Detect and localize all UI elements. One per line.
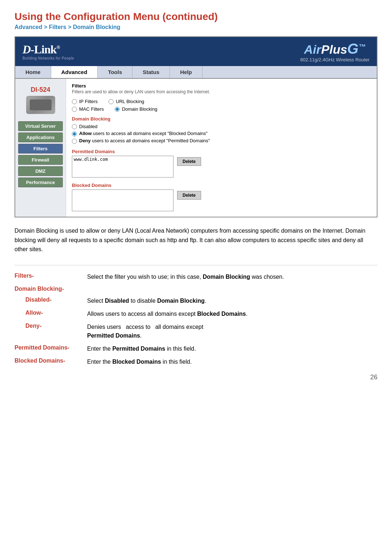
term-permitted-domains-def: Enter the Permitted Domains in this fiel… — [87, 344, 377, 353]
router-frame: D-Link® Building Networks for People Air… — [15, 36, 377, 217]
blocked-domains-delete-button[interactable]: Delete — [177, 191, 201, 200]
nav-tabs: Home Advanced Tools Status Help — [15, 66, 377, 79]
filters-description: Filters are used to allow or deny LAN us… — [72, 89, 371, 94]
permitted-domains-label: Permitted Domains — [72, 149, 371, 154]
main-content: Filters Filters are used to allow or den… — [66, 79, 377, 217]
dlink-brand-text: D-Link® — [23, 43, 60, 56]
term-deny-label: Deny- — [15, 323, 41, 329]
page-number: 26 — [15, 374, 377, 381]
radio-mac-filters[interactable]: MAC Filters — [72, 106, 104, 112]
term-row-allow: Allow- Allows users to access all domain… — [15, 310, 377, 318]
sidebar-item-firewall[interactable]: Firewall — [18, 155, 63, 165]
filter-radio-group-2: MAC Filters Domain Blocking — [72, 106, 371, 112]
blocked-domains-input[interactable] — [72, 189, 173, 211]
radio-domain-blocking-input[interactable] — [115, 107, 120, 112]
tab-help[interactable]: Help — [170, 66, 203, 78]
term-row-disabled: Disabled- Select Disabled to disable Dom… — [15, 297, 377, 305]
term-allow-label: Allow- — [15, 310, 43, 316]
sidebar-item-filters[interactable]: Filters — [18, 144, 63, 154]
sidebar-item-performance[interactable]: Performance — [18, 177, 63, 187]
airplus-text: AirPlusG™ — [300, 41, 369, 57]
radio-domain-blocking[interactable]: Domain Blocking — [115, 106, 158, 112]
page-title: Using the Configuration Menu (continued) — [15, 11, 377, 23]
domain-option-disabled-label: Disabled — [79, 124, 98, 129]
sidebar-item-virtual-server[interactable]: Virtual Server — [18, 121, 63, 131]
domain-option-allow: Allow users to access all domains except… — [72, 131, 371, 136]
blocked-domains-section: Blocked Domains Delete — [72, 183, 371, 211]
permitted-domains-delete-button[interactable]: Delete — [177, 157, 201, 166]
blocked-domains-label: Blocked Domains — [72, 183, 371, 188]
divider — [15, 265, 377, 265]
term-disabled-label: Disabled- — [15, 297, 52, 303]
dlink-tagline: Building Networks for People — [23, 56, 74, 60]
airplus-subtitle: 802.11g/2.4GHz Wireless Router — [300, 57, 369, 62]
term-row-permitted-domains: Permitted Domains- Enter the Permitted D… — [15, 344, 377, 353]
radio-ip-filters[interactable]: IP Filters — [72, 99, 98, 104]
radio-ip-filters-label: IP Filters — [79, 99, 98, 104]
term-disabled-def: Select Disabled to disable Domain Blocki… — [87, 297, 377, 305]
radio-mac-filters-input[interactable] — [72, 107, 77, 112]
radio-ip-filters-input[interactable] — [72, 99, 77, 104]
term-blocked-domains-def: Enter the Blocked Domains in this field. — [87, 358, 377, 366]
radio-mac-filters-label: MAC Filters — [79, 106, 104, 112]
filter-radio-group: IP Filters URL Blocking — [72, 99, 371, 104]
description-text: Domain Blocking is used to allow or deny… — [15, 226, 377, 254]
permitted-domains-input-row: Delete — [72, 156, 371, 177]
sidebar-item-dmz[interactable]: DMZ — [18, 166, 63, 176]
term-row-domain-blocking: Domain Blocking- — [15, 286, 377, 292]
permitted-domains-section: Permitted Domains Delete — [72, 149, 371, 177]
term-row-deny: Deny- Denies users access to all domains… — [15, 323, 377, 340]
radio-url-blocking-input[interactable] — [109, 99, 114, 104]
sidebar-logo-area: DI-524 — [15, 82, 66, 120]
airplus-logo: AirPlusG™ 802.11g/2.4GHz Wireless Router — [300, 41, 369, 62]
domain-blocking-title: Domain Blocking — [72, 116, 371, 122]
domain-option-deny: Deny users to access all domains except … — [72, 138, 371, 144]
model-label: DI-524 — [19, 86, 62, 94]
domain-option-disabled: Disabled — [72, 124, 371, 129]
dlink-logo: D-Link® Building Networks for People — [23, 43, 74, 60]
radio-domain-blocking-label: Domain Blocking — [122, 106, 158, 112]
permitted-domains-input[interactable] — [72, 156, 173, 177]
term-filters-def: Select the filter you wish to use; in th… — [87, 273, 377, 281]
router-image-inner — [30, 99, 52, 110]
blocked-domains-input-row: Delete — [72, 189, 371, 211]
sidebar: DI-524 Virtual Server Applications Filte… — [15, 79, 66, 217]
domain-option-deny-label: Deny users to access all domains except … — [79, 138, 210, 143]
term-allow-def: Allows users to access all domains excep… — [87, 310, 377, 318]
term-deny-def: Denies users access to all domains excep… — [87, 323, 377, 340]
filters-section-title: Filters — [72, 83, 371, 89]
radio-url-blocking[interactable]: URL Blocking — [109, 99, 144, 104]
tab-tools[interactable]: Tools — [98, 66, 132, 78]
tab-advanced[interactable]: Advanced — [51, 66, 98, 78]
term-table: Filters- Select the filter you wish to u… — [15, 273, 377, 366]
router-image — [26, 96, 55, 114]
term-domain-blocking-label: Domain Blocking- — [15, 286, 64, 292]
router-header: D-Link® Building Networks for People Air… — [15, 37, 377, 66]
domain-option-allow-label: Allow users to access all domains except… — [79, 131, 208, 136]
term-filters-label: Filters- — [15, 273, 34, 279]
tab-home[interactable]: Home — [15, 66, 51, 78]
sidebar-item-applications[interactable]: Applications — [18, 132, 63, 142]
radio-disabled-input[interactable] — [72, 124, 77, 129]
radio-deny-input[interactable] — [72, 139, 77, 144]
term-row-blocked-domains: Blocked Domains- Enter the Blocked Domai… — [15, 358, 377, 366]
tab-status[interactable]: Status — [132, 66, 170, 78]
radio-allow-input[interactable] — [72, 131, 77, 136]
router-body: DI-524 Virtual Server Applications Filte… — [15, 79, 377, 217]
radio-url-blocking-label: URL Blocking — [116, 99, 144, 104]
term-row-filters: Filters- Select the filter you wish to u… — [15, 273, 377, 281]
breadcrumb: Advanced > Filters > Domain Blocking — [15, 24, 377, 30]
term-blocked-domains-label: Blocked Domains- — [15, 358, 65, 364]
term-permitted-domains-label: Permitted Domains- — [15, 344, 69, 351]
